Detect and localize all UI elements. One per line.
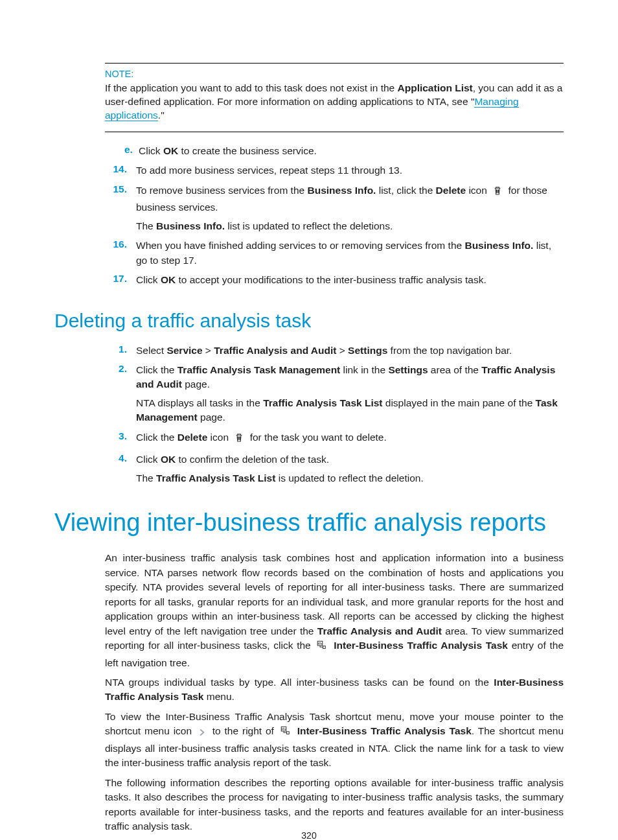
bold: Settings [388,364,428,375]
txt: to the right of [209,725,278,736]
step-number: 17. [105,273,136,287]
bold: Business Info. [307,185,376,196]
txt: The [136,472,156,484]
note-text: If the application you want to add to th… [105,82,562,121]
note-part1: If the application you want to add to th… [105,82,398,93]
substep-letter: e. [105,144,139,158]
bold: Traffic Analysis and Audit [317,625,442,636]
txt: Click the [136,432,177,443]
txt: NTA groups individual tasks by type. All… [105,677,494,688]
note-part3: ." [158,110,165,121]
bold: Delete [177,432,208,443]
bold: Settings [348,345,387,356]
txt: to confirm the deletion of the task. [176,454,329,465]
bold: Delete [436,185,466,196]
step-number: 4. [105,452,136,485]
svg-rect-3 [286,732,289,734]
substep-text-b: to create the business service. [178,145,317,156]
substep-text-a: Click [139,145,163,156]
step-number: 16. [105,239,136,268]
txt: To remove business services from the [136,185,307,196]
step-number: 15. [105,183,136,233]
note-application-list: Application List [398,82,473,93]
step-body: Click OK to accept your modifications to… [136,273,564,287]
svg-rect-1 [323,646,326,649]
txt: The [136,220,156,231]
step-body: Click the Delete icon for the task you w… [136,430,564,447]
step-number: 2. [105,363,136,425]
step-followup: The Business Info. list is updated to re… [136,219,564,233]
bold: OK [161,454,176,465]
step-b3: 3. Click the Delete icon for the task yo… [105,430,564,447]
step-followup: The Traffic Analysis Task List is update… [136,471,564,485]
chevron-right-icon [198,727,207,741]
step-body: Click OK to confirm the deletion of the … [136,452,564,485]
step-number: 14. [105,163,136,178]
txt: When you have finished adding services t… [136,240,464,251]
step-number: 1. [105,344,136,358]
paragraph-3: To view the Inter-Business Traffic Analy… [105,710,564,771]
step-16: 16. When you have finished adding servic… [105,239,564,268]
chart-tree-icon [316,640,328,655]
txt: list, click the [376,185,435,196]
bold: Service [166,345,202,356]
step-body: Click the Traffic Analysis Task Manageme… [136,363,564,425]
txt: > [203,345,214,356]
step-b2: 2. Click the Traffic Analysis Task Manag… [105,363,564,425]
txt: is updated to reflect the deletion. [275,472,423,484]
substep-block: e. Click OK to create the business servi… [105,144,564,158]
txt: An inter-business traffic analysis task … [105,552,564,636]
bold: Traffic Analysis Task Management [177,364,341,375]
txt: from the top navigation bar. [387,345,512,356]
heading-viewing-reports: Viewing inter-business traffic analysis … [54,509,564,537]
step-body: To add more business services, repeat st… [136,163,564,178]
bold: Traffic Analysis and Audit [214,345,336,356]
txt: icon [466,185,490,196]
step-number: 3. [105,430,136,447]
steps-primary: 14. To add more business services, repea… [105,163,564,287]
txt: page. [182,379,210,390]
chart-tree-icon [280,725,292,741]
page-number: 320 [0,830,618,840]
bold: Inter-Business Traffic Analysis Task [334,640,508,651]
substep-body: Click OK to create the business service. [139,144,564,158]
step-14: 14. To add more business services, repea… [105,163,564,178]
step-b1: 1. Select Service > Traffic Analysis and… [105,344,564,358]
step-b4: 4. Click OK to confirm the deletion of t… [105,452,564,485]
step-body: When you have finished adding services t… [136,239,564,268]
bold: Business Info. [156,220,225,231]
txt: Click [136,274,161,285]
txt: for the task you want to delete. [247,432,386,443]
note-box: NOTE: If the application you want to add… [105,63,564,132]
txt: NTA displays all tasks in the [136,397,263,408]
paragraph-1: An inter-business traffic analysis task … [105,551,564,670]
bold: Business Info. [464,240,533,251]
txt: link in the [340,364,388,375]
txt: displayed in the main pane of the [383,397,536,408]
note-label: NOTE: [105,69,564,79]
steps-secondary: 1. Select Service > Traffic Analysis and… [105,344,564,486]
step-17: 17. Click OK to accept your modification… [105,273,564,287]
heading-deleting-task: Deleting a traffic analysis task [54,310,564,332]
bold: Inter-Business Traffic Analysis Task [297,725,472,736]
substep-e: e. Click OK to create the business servi… [105,144,564,158]
txt: to accept your modifications to the inte… [176,274,486,285]
txt: Select [136,345,166,356]
trash-icon [233,432,245,447]
txt: menu. [204,691,235,702]
txt: page. [198,412,225,423]
txt: list is updated to reflect the deletions… [225,220,393,231]
substep-ok: OK [163,145,178,156]
step-body: Select Service > Traffic Analysis and Au… [136,344,564,358]
step-followup: NTA displays all tasks in the Traffic An… [136,396,564,425]
txt: icon [207,432,231,443]
txt: Click [136,454,161,465]
paragraph-4: The following information describes the … [105,776,564,834]
step-15: 15. To remove business services from the… [105,183,564,233]
trash-icon [492,185,503,200]
paragraph-2: NTA groups individual tasks by type. All… [105,675,564,705]
bold: Traffic Analysis Task List [156,472,275,484]
txt: Click the [136,364,177,375]
bold: Traffic Analysis Task List [263,397,382,408]
txt: > [336,345,348,356]
